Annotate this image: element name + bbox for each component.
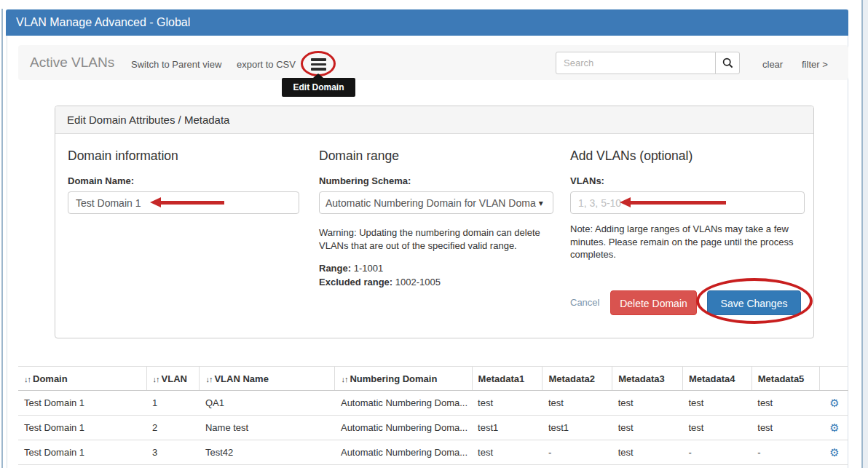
- panel-title: Edit Domain Attributes / Metadata: [55, 106, 813, 134]
- add-vlans-section: Add VLANs (optional) VLANs: Note: Adding…: [570, 148, 805, 261]
- cancel-button[interactable]: Cancel: [570, 290, 614, 315]
- window-left-edge: [1, 9, 3, 468]
- chevron-down-icon: ▾: [539, 198, 543, 208]
- switch-parent-view-link[interactable]: Switch to Parent view: [131, 59, 221, 70]
- cell-vlan: 3: [146, 440, 200, 465]
- cell-vlan: 1: [146, 391, 200, 416]
- col-header-metadata3: Metadata3: [612, 367, 683, 391]
- window-right-edge: [861, 0, 863, 468]
- cell-vlan-name: QA1: [200, 391, 335, 416]
- cell-metadata1: test1: [472, 416, 542, 440]
- cell-metadata2: test: [542, 391, 612, 416]
- sort-icon[interactable]: ↓↑: [153, 375, 159, 384]
- cell-domain: Test Domain 1: [18, 416, 146, 440]
- domain-range-section: Domain range Numbering Schema: Automatic…: [319, 148, 553, 289]
- cell-vlan-name: Test42: [200, 440, 335, 465]
- toolbar: Active VLANs Switch to Parent view expor…: [18, 45, 848, 80]
- col-header-actions: [819, 367, 848, 391]
- domain-name-label: Domain Name:: [68, 175, 299, 186]
- numbering-schema-select[interactable]: Automatic Numbering Domain for VLAN Doma…: [319, 191, 553, 214]
- cell-metadata1: test: [472, 391, 542, 416]
- cell-metadata1: test: [472, 440, 542, 465]
- table-row: Test Domain 1 3 Test42 Automatic Numberi…: [18, 440, 848, 465]
- cell-vlan: 2: [146, 416, 200, 440]
- domain-range-heading: Domain range: [319, 148, 553, 164]
- cell-domain: Test Domain 1: [18, 440, 146, 465]
- cell-numbering-domain: Automatic Numbering Doma...: [335, 416, 472, 440]
- cell-vlan-name: Name test: [200, 416, 335, 440]
- cell-metadata4: test: [682, 416, 751, 440]
- table-row: Test Domain 1 1 QA1 Automatic Numbering …: [18, 391, 848, 416]
- numbering-schema-label: Numbering Schema:: [319, 175, 553, 186]
- search-button[interactable]: [715, 52, 740, 74]
- cell-metadata2: -: [542, 440, 612, 465]
- cell-numbering-domain: Automatic Numbering Doma...: [335, 440, 472, 465]
- filter-link[interactable]: filter >: [802, 59, 828, 70]
- cell-numbering-domain: Automatic Numbering Doma...: [335, 391, 472, 416]
- table-row: Test Domain 1 2 Name test Automatic Numb…: [18, 416, 848, 440]
- row-settings-gear-icon[interactable]: ⚙: [819, 391, 848, 416]
- domain-name-field[interactable]: [68, 191, 299, 214]
- cell-metadata5: -: [751, 440, 819, 465]
- add-vlans-heading: Add VLANs (optional): [570, 148, 805, 164]
- delete-domain-button[interactable]: Delete Domain: [610, 290, 697, 315]
- vlan-table: ↓↑Domain ↓↑VLAN ↓↑VLAN Name ↓↑Numbering …: [18, 366, 848, 465]
- col-header-vlan-name[interactable]: ↓↑VLAN Name: [200, 367, 335, 391]
- col-header-metadata2: Metadata2: [542, 367, 612, 391]
- col-header-metadata1: Metadata1: [472, 367, 542, 391]
- vlans-field[interactable]: [570, 191, 805, 214]
- row-settings-gear-icon[interactable]: ⚙: [819, 440, 848, 465]
- cell-metadata3: test: [612, 391, 683, 416]
- sort-icon[interactable]: ↓↑: [341, 375, 347, 384]
- clear-link[interactable]: clear: [762, 59, 783, 70]
- range-line: Range: 1-1001: [319, 262, 553, 275]
- sort-icon[interactable]: ↓↑: [205, 375, 212, 384]
- export-csv-link[interactable]: export to CSV: [237, 59, 296, 70]
- col-header-vlan[interactable]: ↓↑VLAN: [146, 367, 200, 391]
- excluded-range-line: Excluded range: 1002-1005: [319, 276, 553, 289]
- cell-metadata3: test: [612, 416, 683, 440]
- menu-icon[interactable]: [311, 58, 326, 73]
- col-header-metadata4: Metadata4: [682, 367, 751, 391]
- row-settings-gear-icon[interactable]: ⚙: [819, 416, 848, 440]
- numbering-schema-value: Automatic Numbering Domain for VLAN Doma: [326, 197, 536, 209]
- cell-metadata3: test: [612, 440, 683, 465]
- vlans-label: VLANs:: [570, 175, 805, 186]
- vlans-note-text: Note: Adding large ranges of VLANs may t…: [570, 223, 805, 261]
- edit-domain-tooltip: Edit Domain: [282, 78, 355, 97]
- numbering-warning-text: Warning: Updating the numbering domain c…: [319, 226, 553, 253]
- cell-metadata2: test1: [542, 416, 612, 440]
- col-header-numbering-domain[interactable]: ↓↑Numbering Domain: [335, 367, 472, 391]
- sort-icon[interactable]: ↓↑: [24, 375, 31, 384]
- cell-domain: Test Domain 1: [18, 391, 146, 416]
- search-input[interactable]: [556, 52, 716, 74]
- app-header-bar: VLAN Manage Advanced - Global: [6, 9, 848, 36]
- active-vlans-heading: Active VLANs: [30, 55, 114, 71]
- save-changes-button[interactable]: Save Changes: [707, 290, 801, 315]
- search-icon: [722, 57, 733, 68]
- table-header-row: ↓↑Domain ↓↑VLAN ↓↑VLAN Name ↓↑Numbering …: [18, 367, 848, 391]
- edit-domain-panel: Edit Domain Attributes / Metadata Domain…: [55, 106, 814, 338]
- col-header-metadata5: Metadata5: [751, 367, 819, 391]
- domain-information-heading: Domain information: [68, 148, 299, 164]
- cell-metadata5: test: [751, 416, 819, 440]
- tooltip-arrow-icon: [313, 74, 323, 78]
- tooltip-label: Edit Domain: [293, 82, 344, 92]
- range-info: Range: 1-1001 Excluded range: 1002-1005: [319, 262, 553, 289]
- cell-metadata5: test: [751, 391, 819, 416]
- window-right-margin: [863, 0, 868, 468]
- domain-information-section: Domain information Domain Name:: [68, 148, 299, 214]
- col-header-domain[interactable]: ↓↑Domain: [18, 367, 146, 391]
- cell-metadata4: test: [682, 391, 751, 416]
- cell-metadata4: -: [682, 440, 751, 465]
- page-title: VLAN Manage Advanced - Global: [6, 9, 848, 36]
